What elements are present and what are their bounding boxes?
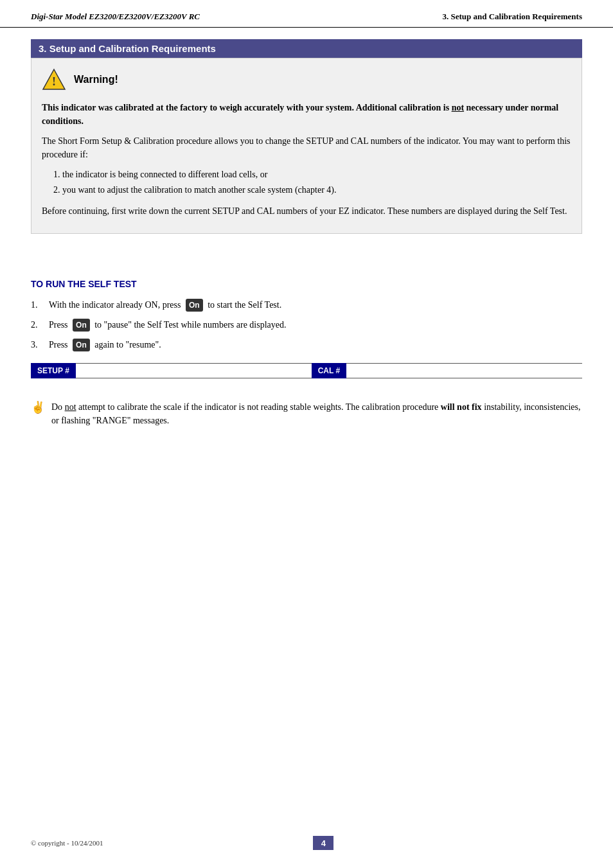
- warning-box: ! Warning! This indicator was calibrated…: [31, 58, 582, 234]
- section-number: 3.: [39, 43, 47, 54]
- section-title: Setup and Calibration Requirements: [49, 43, 216, 54]
- self-test-section: TO RUN THE SELF TEST 1. With the indicat…: [31, 279, 582, 351]
- gap3: [31, 393, 582, 400]
- setup-label: SETUP #: [31, 363, 76, 378]
- warning-body: This indicator was calibrated at the fac…: [42, 101, 571, 218]
- page-footer: © copyright - 10/24/2001 4: [0, 836, 613, 850]
- instruction-text-1: With the indicator already ON, press On …: [49, 298, 281, 312]
- not-underline: not: [452, 103, 464, 112]
- footer-copyright: © copyright - 10/24/2001: [31, 839, 103, 847]
- short-form-italic: Short Form: [58, 136, 99, 146]
- instruction-num-2: 2.: [31, 318, 49, 332]
- main-content: 3. Setup and Calibration Requirements ! …: [0, 39, 613, 428]
- instruction-item-2: 2. Press On to "pause" the Self Test whi…: [31, 318, 582, 332]
- instruction-num-3: 3.: [31, 338, 49, 351]
- setup-cal-bar: SETUP # CAL #: [31, 363, 582, 378]
- header-right: 3. Setup and Calibration Requirements: [442, 12, 582, 22]
- gap2: [31, 261, 582, 279]
- warning-bold-text: This indicator was calibrated at the fac…: [42, 101, 571, 128]
- instruction-item-1: 1. With the indicator already ON, press …: [31, 298, 582, 312]
- on-button-1: On: [186, 299, 203, 312]
- warning-body2: Before continuing, first write down the …: [42, 204, 571, 218]
- on-button-2: On: [73, 319, 90, 332]
- instruction-num-1: 1.: [31, 298, 49, 312]
- warning-list: the indicator is being connected to diff…: [62, 168, 571, 198]
- self-test-title: TO RUN THE SELF TEST: [31, 279, 582, 289]
- page-header: Digi-Star Model EZ3200/EZ3200V/EZ3200V R…: [0, 0, 613, 28]
- header-left: Digi-Star Model EZ3200/EZ3200V/EZ3200V R…: [31, 12, 200, 22]
- section-title-bar: 3. Setup and Calibration Requirements: [31, 39, 582, 58]
- instruction-text-2: Press On to "pause" the Self Test while …: [49, 318, 287, 332]
- svg-text:!: !: [52, 75, 56, 88]
- finger-pointing-icon: ✌: [31, 399, 45, 417]
- gap1: [31, 243, 582, 261]
- will-not-fix-bold: will not fix: [441, 402, 482, 412]
- list-item: you want to adjust the calibration to ma…: [62, 183, 571, 197]
- on-button-3: On: [73, 339, 90, 351]
- instruction-text-3: Press On again to "resume".: [49, 338, 161, 351]
- warning-bold-strong: This indicator was calibrated at the fac…: [42, 103, 558, 126]
- cal-label: CAL #: [312, 363, 346, 378]
- warning-header: ! Warning!: [42, 67, 571, 92]
- warning-body1: The Short Form Setup & Calibration proce…: [42, 134, 571, 161]
- note-text: Do not attempt to calibrate the scale if…: [51, 400, 582, 428]
- instruction-list: 1. With the indicator already ON, press …: [31, 298, 582, 351]
- note-row: ✌ Do not attempt to calibrate the scale …: [31, 400, 582, 428]
- warning-label: Warning!: [74, 74, 118, 85]
- warning-triangle-icon: !: [42, 67, 66, 92]
- cal-blank-field: [346, 363, 582, 378]
- page: Digi-Star Model EZ3200/EZ3200V/EZ3200V R…: [0, 0, 613, 868]
- instruction-item-3: 3. Press On again to "resume".: [31, 338, 582, 351]
- list-item: the indicator is being connected to diff…: [62, 168, 571, 182]
- not-underline-2: not: [65, 402, 76, 412]
- footer-page-number: 4: [313, 836, 333, 850]
- setup-blank-field: [76, 363, 312, 378]
